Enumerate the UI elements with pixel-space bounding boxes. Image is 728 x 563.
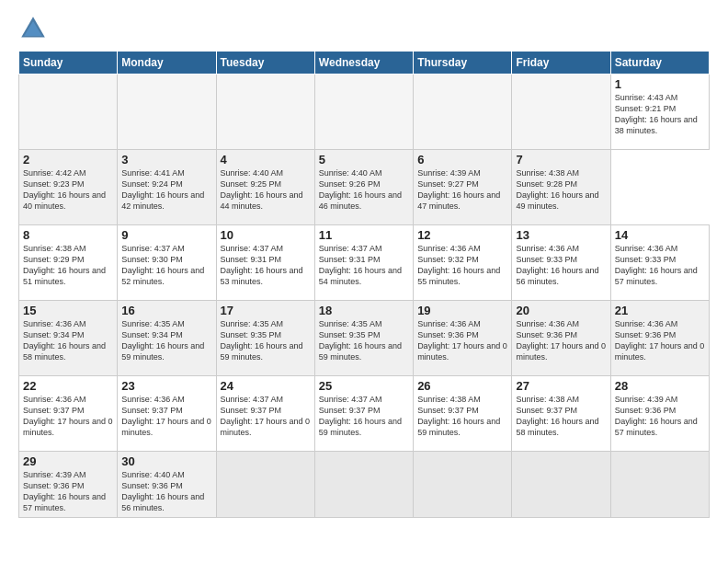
calendar-cell <box>414 75 512 150</box>
day-number: 29 <box>23 454 113 468</box>
calendar-cell: 3Sunrise: 4:41 AMSunset: 9:24 PMDaylight… <box>118 150 216 225</box>
calendar-cell: 13Sunrise: 4:36 AMSunset: 9:33 PMDayligh… <box>512 225 610 301</box>
day-number: 23 <box>121 379 211 393</box>
logo-icon <box>18 14 48 43</box>
week-row-6: 29Sunrise: 4:39 AMSunset: 9:36 PMDayligh… <box>19 452 710 518</box>
day-number: 9 <box>121 228 211 242</box>
day-number: 28 <box>615 379 705 393</box>
day-number: 17 <box>221 304 311 317</box>
calendar-cell: 19Sunrise: 4:36 AMSunset: 9:36 PMDayligh… <box>414 301 512 376</box>
calendar: SundayMondayTuesdayWednesdayThursdayFrid… <box>18 51 710 518</box>
day-number: 10 <box>221 228 311 242</box>
calendar-cell: 23Sunrise: 4:36 AMSunset: 9:37 PMDayligh… <box>118 376 216 452</box>
calendar-cell: 6Sunrise: 4:39 AMSunset: 9:27 PMDaylight… <box>414 150 512 225</box>
calendar-cell: 24Sunrise: 4:37 AMSunset: 9:37 PMDayligh… <box>216 376 314 452</box>
calendar-cell: 10Sunrise: 4:37 AMSunset: 9:31 PMDayligh… <box>216 225 314 301</box>
logo <box>18 14 51 43</box>
page: SundayMondayTuesdayWednesdayThursdayFrid… <box>0 0 728 563</box>
day-number: 14 <box>615 228 705 242</box>
day-info: Sunrise: 4:42 AMSunset: 9:23 PMDaylight:… <box>23 167 113 213</box>
calendar-cell: 26Sunrise: 4:38 AMSunset: 9:37 PMDayligh… <box>414 376 512 452</box>
day-info: Sunrise: 4:36 AMSunset: 9:32 PMDaylight:… <box>417 243 507 288</box>
day-number: 24 <box>221 379 311 393</box>
day-info: Sunrise: 4:36 AMSunset: 9:36 PMDaylight:… <box>615 318 705 363</box>
day-number: 5 <box>319 153 409 167</box>
calendar-cell <box>512 452 610 518</box>
calendar-cell <box>118 75 216 150</box>
week-row-4: 15Sunrise: 4:36 AMSunset: 9:34 PMDayligh… <box>19 301 710 376</box>
week-row-2: 2Sunrise: 4:42 AMSunset: 9:23 PMDaylight… <box>19 150 710 225</box>
calendar-cell: 18Sunrise: 4:35 AMSunset: 9:35 PMDayligh… <box>314 301 413 376</box>
day-info: Sunrise: 4:39 AMSunset: 9:27 PMDaylight:… <box>417 167 507 213</box>
calendar-cell <box>314 75 413 150</box>
day-info: Sunrise: 4:40 AMSunset: 9:26 PMDaylight:… <box>319 167 409 213</box>
calendar-cell: 1Sunrise: 4:43 AMSunset: 9:21 PMDaylight… <box>610 75 709 150</box>
day-number: 26 <box>417 379 507 393</box>
day-number: 1 <box>615 77 705 91</box>
calendar-cell: 15Sunrise: 4:36 AMSunset: 9:34 PMDayligh… <box>19 301 118 376</box>
weekday-header-row: SundayMondayTuesdayWednesdayThursdayFrid… <box>19 52 710 75</box>
weekday-header-wednesday: Wednesday <box>314 52 413 75</box>
day-number: 25 <box>319 379 409 393</box>
calendar-cell: 8Sunrise: 4:38 AMSunset: 9:29 PMDaylight… <box>19 225 118 301</box>
day-number: 6 <box>417 153 507 167</box>
calendar-cell <box>216 452 314 518</box>
day-info: Sunrise: 4:38 AMSunset: 9:37 PMDaylight:… <box>417 394 507 439</box>
day-number: 18 <box>319 304 409 317</box>
day-number: 19 <box>417 304 507 317</box>
day-number: 4 <box>221 153 311 167</box>
calendar-cell: 21Sunrise: 4:36 AMSunset: 9:36 PMDayligh… <box>610 301 709 376</box>
calendar-cell: 9Sunrise: 4:37 AMSunset: 9:30 PMDaylight… <box>118 225 216 301</box>
day-info: Sunrise: 4:38 AMSunset: 9:28 PMDaylight:… <box>516 167 606 213</box>
weekday-header-thursday: Thursday <box>414 52 512 75</box>
day-number: 11 <box>319 228 409 242</box>
day-number: 7 <box>516 153 606 167</box>
day-info: Sunrise: 4:37 AMSunset: 9:37 PMDaylight:… <box>221 394 311 439</box>
calendar-cell: 22Sunrise: 4:36 AMSunset: 9:37 PMDayligh… <box>19 376 118 452</box>
day-number: 3 <box>121 153 211 167</box>
day-number: 8 <box>23 228 113 242</box>
calendar-cell: 27Sunrise: 4:38 AMSunset: 9:37 PMDayligh… <box>512 376 610 452</box>
day-info: Sunrise: 4:41 AMSunset: 9:24 PMDaylight:… <box>121 167 211 213</box>
calendar-cell <box>19 75 118 150</box>
day-number: 16 <box>121 304 211 317</box>
day-number: 2 <box>23 153 113 167</box>
day-info: Sunrise: 4:40 AMSunset: 9:36 PMDaylight:… <box>121 469 211 514</box>
calendar-cell: 30Sunrise: 4:40 AMSunset: 9:36 PMDayligh… <box>118 452 216 518</box>
day-info: Sunrise: 4:36 AMSunset: 9:33 PMDaylight:… <box>516 243 606 288</box>
day-info: Sunrise: 4:37 AMSunset: 9:30 PMDaylight:… <box>121 243 211 288</box>
week-row-5: 22Sunrise: 4:36 AMSunset: 9:37 PMDayligh… <box>19 376 710 452</box>
header <box>18 14 710 43</box>
calendar-cell: 4Sunrise: 4:40 AMSunset: 9:25 PMDaylight… <box>216 150 314 225</box>
day-number: 27 <box>516 379 606 393</box>
day-number: 20 <box>516 304 606 317</box>
day-number: 21 <box>615 304 705 317</box>
calendar-cell: 17Sunrise: 4:35 AMSunset: 9:35 PMDayligh… <box>216 301 314 376</box>
calendar-cell: 2Sunrise: 4:42 AMSunset: 9:23 PMDaylight… <box>19 150 118 225</box>
day-info: Sunrise: 4:39 AMSunset: 9:36 PMDaylight:… <box>23 469 113 514</box>
day-info: Sunrise: 4:35 AMSunset: 9:35 PMDaylight:… <box>221 318 311 363</box>
day-info: Sunrise: 4:36 AMSunset: 9:36 PMDaylight:… <box>516 318 606 363</box>
weekday-header-saturday: Saturday <box>610 52 709 75</box>
day-info: Sunrise: 4:39 AMSunset: 9:36 PMDaylight:… <box>615 394 705 439</box>
day-info: Sunrise: 4:38 AMSunset: 9:29 PMDaylight:… <box>23 243 113 288</box>
day-number: 15 <box>23 304 113 317</box>
weekday-header-monday: Monday <box>118 52 216 75</box>
calendar-cell <box>314 452 413 518</box>
week-row-3: 8Sunrise: 4:38 AMSunset: 9:29 PMDaylight… <box>19 225 710 301</box>
day-info: Sunrise: 4:35 AMSunset: 9:35 PMDaylight:… <box>319 318 409 363</box>
calendar-cell: 20Sunrise: 4:36 AMSunset: 9:36 PMDayligh… <box>512 301 610 376</box>
day-info: Sunrise: 4:37 AMSunset: 9:31 PMDaylight:… <box>221 243 311 288</box>
day-info: Sunrise: 4:36 AMSunset: 9:34 PMDaylight:… <box>23 318 113 363</box>
day-info: Sunrise: 4:40 AMSunset: 9:25 PMDaylight:… <box>221 167 311 213</box>
calendar-cell: 28Sunrise: 4:39 AMSunset: 9:36 PMDayligh… <box>610 376 709 452</box>
calendar-cell <box>610 452 709 518</box>
calendar-cell: 14Sunrise: 4:36 AMSunset: 9:33 PMDayligh… <box>610 225 709 301</box>
day-number: 22 <box>23 379 113 393</box>
weekday-header-tuesday: Tuesday <box>216 52 314 75</box>
calendar-cell <box>512 75 610 150</box>
day-info: Sunrise: 4:43 AMSunset: 9:21 PMDaylight:… <box>615 92 705 137</box>
calendar-cell: 29Sunrise: 4:39 AMSunset: 9:36 PMDayligh… <box>19 452 118 518</box>
day-number: 30 <box>121 454 211 468</box>
day-info: Sunrise: 4:36 AMSunset: 9:37 PMDaylight:… <box>23 394 113 439</box>
